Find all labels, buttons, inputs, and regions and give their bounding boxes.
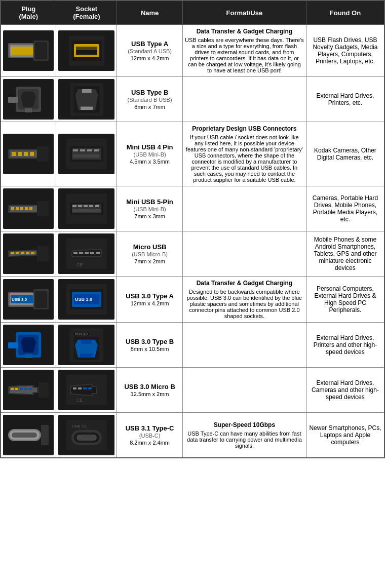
svg-rect-57	[21, 252, 24, 254]
svg-rect-97	[29, 388, 32, 390]
connector-alt-usb-type-a: (Standard A USB)	[128, 48, 172, 54]
svg-rect-40	[20, 207, 23, 210]
connector-name-cell-mini-usb-4: Mini USB 4 Pin(USB Mini-B)4.5mm x 3.5mm	[117, 122, 183, 186]
plug-image-usb30-type-b	[3, 325, 54, 365]
svg-rect-9	[76, 47, 97, 50]
format-desc-mini-usb-4: If your USB cable / socket does not look…	[185, 134, 304, 183]
svg-rect-23	[12, 152, 16, 156]
found-text-usb30-type-a: Personal Computers, External Hard Drives…	[314, 285, 376, 313]
header-found: Found On	[306, 1, 384, 25]
svg-marker-12	[21, 92, 36, 107]
svg-rect-55	[11, 252, 14, 254]
socket-cell-micro-usb: CE	[56, 231, 117, 277]
svg-rect-95	[20, 388, 23, 390]
format-cell-micro-usb	[182, 231, 306, 277]
socket-cell-usb31-type-c: USB 3.1	[56, 413, 117, 458]
socket-image-usb31-type-c: USB 3.1	[58, 415, 114, 455]
connector-name-cell-usb-type-a: USB Type A(Standard A USB)12mm x 4.2mm	[117, 25, 183, 77]
connector-size-usb-type-a: 12mm x 4.2mm	[131, 55, 169, 61]
table-row: Mini USB 4 Pin(USB Mini-B)4.5mm x 3.5mmP…	[1, 122, 384, 186]
found-cell-mini-usb-5: Cameras, Portable Hard Drives, Mobile Ph…	[306, 186, 384, 231]
socket-image-micro-usb: CE	[58, 233, 114, 274]
svg-rect-64	[79, 252, 83, 254]
svg-rect-32	[87, 149, 92, 151]
socket-cell-mini-usb-4	[56, 122, 117, 186]
svg-rect-56	[16, 252, 19, 254]
svg-rect-110	[12, 433, 37, 438]
plug-cell-micro-usb	[1, 231, 56, 277]
format-title-mini-usb-4: Proprietary Design USB Connectors	[185, 125, 304, 132]
svg-text:USB 3.0: USB 3.0	[75, 297, 92, 302]
usb-connector-table: Plug (Male) Socket (Female) Name Format/…	[0, 0, 385, 458]
svg-rect-38	[11, 207, 14, 210]
svg-text:CE: CE	[76, 262, 83, 267]
plug-image-micro-usb	[3, 233, 54, 274]
svg-rect-25	[24, 152, 28, 156]
socket-cell-usb-type-a	[56, 25, 117, 77]
format-title-usb-type-a: Data Transfer & Gadget Charging	[185, 28, 304, 35]
svg-rect-59	[31, 252, 34, 254]
found-cell-micro-usb: Mobile Phones & some Android Smartphones…	[306, 231, 384, 277]
found-cell-usb30-micro-b: External Hard Drives, Cameras and other …	[306, 368, 384, 413]
svg-rect-48	[84, 205, 88, 207]
format-desc-usb-type-a: USB cables are everywhere these days. Th…	[185, 37, 304, 73]
svg-rect-102	[73, 387, 76, 389]
connector-name-usb30-type-b: USB 3.0 Type B	[126, 338, 174, 345]
svg-text:USB 3.0: USB 3.0	[12, 297, 27, 302]
plug-cell-usb30-type-a: USB 3.0	[1, 277, 56, 323]
plug-image-usb-type-b	[3, 79, 54, 120]
connector-alt-usb31-type-c: (USB-C)	[139, 433, 161, 439]
format-cell-usb30-type-a: Data Transfer & Gadget ChargingDesigned …	[182, 277, 306, 323]
format-cell-usb-type-a: Data Transfer & Gadget ChargingUSB cable…	[182, 25, 306, 77]
found-cell-usb30-type-a: Personal Computers, External Hard Drives…	[306, 277, 384, 323]
svg-rect-96	[24, 388, 27, 390]
socket-cell-usb-type-b	[56, 77, 117, 122]
format-cell-mini-usb-5	[182, 186, 306, 231]
svg-rect-33	[94, 149, 99, 151]
plug-cell-mini-usb-5	[1, 186, 56, 231]
connector-name-mini-usb-4: Mini USB 4 Pin	[127, 143, 173, 151]
header-socket: Socket (Female)	[56, 1, 117, 25]
svg-rect-18	[82, 89, 92, 93]
plug-cell-usb-type-b	[1, 77, 56, 122]
format-cell-usb-type-b	[182, 77, 306, 122]
svg-rect-115	[76, 435, 97, 441]
svg-rect-66	[90, 252, 94, 254]
svg-rect-103	[78, 387, 82, 389]
found-cell-usb-type-b: External Hard Drives, Printers, etc.	[306, 77, 384, 122]
format-title-usb31-type-c: Super-Speed 10Gbps	[185, 421, 304, 428]
socket-cell-usb30-micro-b: CE	[56, 368, 117, 413]
svg-rect-83	[25, 354, 32, 358]
connector-name-mini-usb-5: Mini USB 5-Pin	[126, 198, 173, 206]
format-desc-usb30-type-a: Designed to be backwards compatible wher…	[185, 289, 304, 319]
socket-cell-mini-usb-5	[56, 186, 117, 231]
socket-image-usb30-micro-b: CE	[58, 370, 114, 410]
connector-alt-usb-type-b: (Standard B USB)	[128, 97, 172, 103]
format-cell-usb30-micro-b	[182, 368, 306, 413]
svg-rect-84	[8, 342, 18, 348]
svg-rect-30	[73, 149, 78, 151]
svg-text:CE: CE	[76, 398, 83, 403]
plug-image-mini-usb-4	[3, 134, 54, 174]
socket-image-mini-usb-5	[58, 188, 114, 229]
connector-alt-mini-usb-5: (USB Mini-B)	[134, 206, 166, 212]
svg-rect-31	[80, 149, 85, 151]
svg-rect-73	[35, 291, 47, 308]
table-row: CE Micro USB(USB Micro-B)7mm x 2mmMobile…	[1, 231, 384, 277]
svg-rect-24	[18, 152, 22, 156]
format-cell-usb31-type-c: Super-Speed 10GbpsUSB Type-C can have ma…	[182, 413, 306, 458]
svg-rect-65	[85, 252, 89, 254]
svg-rect-19	[81, 106, 93, 110]
table-row: USB 3.1 USB 3.1 Type-C(USB-C)8.2mm x 2.4…	[1, 413, 384, 458]
found-text-usb-type-a: USB Flash Drives, USB Novelty Gadgets, M…	[313, 36, 377, 65]
socket-image-usb30-type-a: USB 3.0	[58, 279, 114, 320]
format-desc-usb31-type-c: USB Type-C can have many abilities from …	[185, 430, 304, 449]
connector-size-mini-usb-4: 4.5mm x 3.5mm	[130, 159, 170, 165]
connector-name-usb-type-b: USB Type B	[131, 89, 168, 96]
svg-rect-49	[89, 205, 93, 207]
plug-image-usb-type-a	[3, 30, 54, 71]
svg-rect-26	[30, 152, 34, 156]
svg-rect-94	[15, 388, 18, 390]
connector-name-cell-usb30-type-a: USB 3.0 Type A12mm x 4.2mm	[117, 277, 183, 323]
plug-cell-usb30-type-b	[1, 323, 56, 368]
